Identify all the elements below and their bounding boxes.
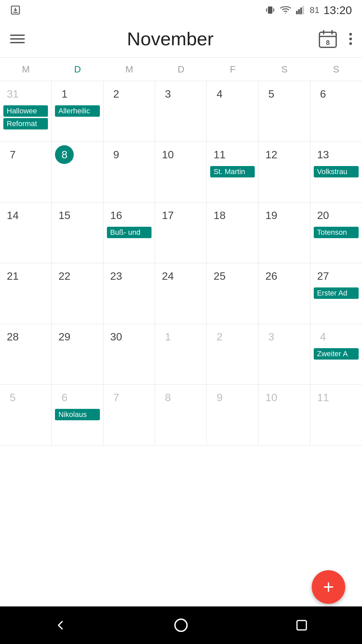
calendar-day-dec8[interactable]: 8 xyxy=(155,385,207,445)
calendar-week-6: 5 6 Nikolaus 7 8 9 10 11 xyxy=(0,385,362,445)
calendar-day-7[interactable]: 7 xyxy=(0,142,52,202)
day-number: 10 xyxy=(159,145,177,164)
back-icon xyxy=(53,618,68,633)
event-reformat[interactable]: Reformat xyxy=(3,118,48,129)
day-header-sun: S xyxy=(310,64,362,75)
svg-rect-4 xyxy=(273,8,274,12)
calendar-day-16[interactable]: 16 Buß- und xyxy=(104,203,155,263)
battery-level: 81 xyxy=(310,5,319,15)
calendar-day-13[interactable]: 13 Volkstrau xyxy=(310,142,362,202)
calendar-day-30[interactable]: 30 xyxy=(104,324,155,384)
day-number: 2 xyxy=(107,85,126,103)
status-bar: 81 13:20 xyxy=(0,0,362,20)
calendar-day-3[interactable]: 3 xyxy=(155,81,207,142)
menu-button[interactable] xyxy=(10,35,25,43)
calendar-day-8[interactable]: 8 xyxy=(52,142,103,202)
more-options-button[interactable] xyxy=(349,33,352,45)
calendar-day-29[interactable]: 29 xyxy=(52,324,103,384)
day-number: 6 xyxy=(55,388,74,407)
calendar-day-22[interactable]: 22 xyxy=(52,263,103,324)
day-number: 18 xyxy=(210,206,229,225)
calendar-day-dec11[interactable]: 11 xyxy=(310,385,362,445)
calendar-day-2[interactable]: 2 xyxy=(104,81,155,142)
day-number: 10 xyxy=(262,388,281,407)
back-button[interactable] xyxy=(47,615,74,635)
calendar-day-26[interactable]: 26 xyxy=(258,263,310,324)
event-halloween[interactable]: Hallowee xyxy=(3,105,48,117)
calendar-day-27[interactable]: 27 Erster Ad xyxy=(310,263,362,324)
calendar-day-1[interactable]: 1 Allerheilic xyxy=(52,81,103,142)
calendar-day-5[interactable]: 5 xyxy=(258,81,310,142)
calendar-day-dec1[interactable]: 1 xyxy=(155,324,207,384)
calendar-day-dec9[interactable]: 9 xyxy=(207,385,258,445)
calendar-day-11[interactable]: 11 St. Martin xyxy=(207,142,258,202)
calendar-day-10[interactable]: 10 xyxy=(155,142,207,202)
calendar-day-21[interactable]: 21 xyxy=(0,263,52,324)
calendar-day-15[interactable]: 15 xyxy=(52,203,103,263)
day-number: 5 xyxy=(3,388,22,407)
event-allerheiligen[interactable]: Allerheilic xyxy=(55,105,100,117)
svg-point-14 xyxy=(175,619,187,631)
calendar-day-18[interactable]: 18 xyxy=(207,203,258,263)
calendar-day-19[interactable]: 19 xyxy=(258,203,310,263)
calendar-day-9[interactable]: 9 xyxy=(104,142,155,202)
day-number: 15 xyxy=(55,206,74,225)
calendar-day-24[interactable]: 24 xyxy=(155,263,207,324)
event-totensonntag[interactable]: Totenson xyxy=(314,227,359,238)
event-erster-advent[interactable]: Erster Ad xyxy=(314,287,359,299)
calendar-week-4: 21 22 23 24 25 26 27 Erster Ad xyxy=(0,263,362,324)
calendar-day-dec3[interactable]: 3 xyxy=(258,324,310,384)
nav-bar xyxy=(0,606,362,644)
calendar-day-28[interactable]: 28 xyxy=(0,324,52,384)
calendar-day-23[interactable]: 23 xyxy=(104,263,155,324)
home-button[interactable] xyxy=(168,615,194,635)
day-number: 3 xyxy=(262,327,281,346)
day-number: 13 xyxy=(314,145,333,164)
day-header-sat: S xyxy=(258,64,310,75)
calendar-day-6[interactable]: 6 xyxy=(310,81,362,142)
calendar-day-31[interactable]: 31 Hallowee Reformat xyxy=(0,81,52,142)
calendar-day-dec2[interactable]: 2 xyxy=(207,324,258,384)
calendar-day-17[interactable]: 17 xyxy=(155,203,207,263)
calendar-day-4[interactable]: 4 xyxy=(207,81,258,142)
status-bar-left xyxy=(10,5,21,15)
svg-rect-2 xyxy=(268,6,272,13)
app-bar-actions: 8 xyxy=(316,27,352,51)
event-nikolaus[interactable]: Nikolaus xyxy=(55,409,100,420)
calendar-day-20[interactable]: 20 Totenson xyxy=(310,203,362,263)
calendar-day-dec4[interactable]: 4 Zweiter A xyxy=(310,324,362,384)
day-header-wed: M xyxy=(104,64,155,75)
app-bar: November 8 xyxy=(0,20,362,58)
event-zweiter-advent[interactable]: Zweiter A xyxy=(314,348,359,360)
calendar-day-12[interactable]: 12 xyxy=(258,142,310,202)
calendar-day-dec5[interactable]: 5 xyxy=(0,385,52,445)
day-number: 7 xyxy=(107,388,126,407)
event-buss-und-bettag[interactable]: Buß- und xyxy=(107,227,152,238)
app-bar-title: November xyxy=(127,28,214,50)
day-number: 7 xyxy=(3,145,22,164)
calendar-day-dec10[interactable]: 10 xyxy=(258,385,310,445)
calendar-day-dec6[interactable]: 6 Nikolaus xyxy=(52,385,103,445)
event-volkstrauer[interactable]: Volkstrau xyxy=(314,166,359,177)
calendar-day-dec7[interactable]: 7 xyxy=(104,385,155,445)
day-number: 31 xyxy=(3,85,22,103)
day-number: 2 xyxy=(210,327,229,346)
day-number: 1 xyxy=(159,327,177,346)
add-event-button[interactable]: + xyxy=(312,570,345,604)
day-number: 3 xyxy=(159,85,177,103)
event-stmartin[interactable]: St. Martin xyxy=(210,166,255,177)
day-number: 20 xyxy=(314,206,333,225)
day-number: 28 xyxy=(3,327,22,346)
calendar-today-button[interactable]: 8 xyxy=(316,27,340,51)
calendar-day-14[interactable]: 14 xyxy=(0,203,52,263)
wifi-icon xyxy=(280,5,292,15)
add-icon: + xyxy=(323,578,334,596)
svg-rect-8 xyxy=(302,6,304,14)
day-number: 19 xyxy=(262,206,281,225)
recents-icon xyxy=(295,618,309,632)
calendar-day-25[interactable]: 25 xyxy=(207,263,258,324)
recents-button[interactable] xyxy=(288,615,315,635)
calendar-week-5: 28 29 30 1 2 3 4 Zweiter A xyxy=(0,324,362,385)
day-number: 26 xyxy=(262,267,281,285)
day-number: 6 xyxy=(314,85,333,103)
